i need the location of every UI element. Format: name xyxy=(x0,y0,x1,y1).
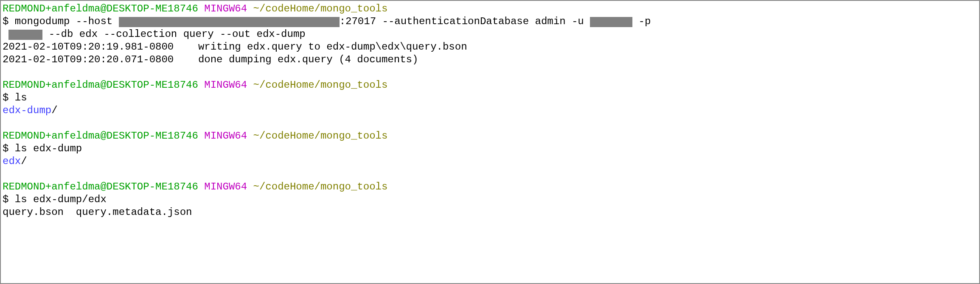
dir-slash: / xyxy=(21,156,27,167)
redacted-user xyxy=(590,17,632,27)
prompt-line-1: REDMOND+anfeldma@DESKTOP-ME18746 MINGW64… xyxy=(3,3,977,15)
prompt-dollar: $ xyxy=(3,16,8,27)
user-host: REDMOND+anfeldma@DESKTOP-ME18746 xyxy=(3,181,198,192)
dir-slash: / xyxy=(51,105,57,116)
cmd-text: --db edx --collection query --out edx-du… xyxy=(42,28,305,40)
dir-name: edx-dump xyxy=(3,105,51,116)
prompt-line-4: REDMOND+anfeldma@DESKTOP-ME18746 MINGW64… xyxy=(3,181,977,193)
cmd-text: ls edx-dump/edx xyxy=(8,194,106,205)
command-line-3[interactable]: $ ls edx-dump xyxy=(3,142,977,155)
cwd-path: ~/codeHome/mongo_tools xyxy=(253,3,388,14)
cmd-text: ls xyxy=(8,92,27,103)
blank-line xyxy=(3,117,977,130)
cmd-text: -p xyxy=(632,16,651,27)
prompt-line-3: REDMOND+anfeldma@DESKTOP-ME18746 MINGW64… xyxy=(3,130,977,142)
shell-name: MINGW64 xyxy=(204,3,247,14)
prompt-dollar: $ xyxy=(3,194,8,205)
cmd-text: ls edx-dump xyxy=(8,143,82,154)
output-line: 2021-02-10T09:20:19.981-0800 writing edx… xyxy=(3,41,977,53)
cmd-text xyxy=(3,28,8,40)
command-line-2[interactable]: $ ls xyxy=(3,92,977,104)
shell-name: MINGW64 xyxy=(204,130,247,142)
user-host: REDMOND+anfeldma@DESKTOP-ME18746 xyxy=(3,3,198,14)
shell-name: MINGW64 xyxy=(204,181,247,192)
redacted-host xyxy=(119,17,340,27)
prompt-dollar: $ xyxy=(3,92,8,103)
dir-name: edx xyxy=(3,156,21,167)
output-line: query.bson query.metadata.json xyxy=(3,206,977,219)
user-host: REDMOND+anfeldma@DESKTOP-ME18746 xyxy=(3,130,198,142)
user-host: REDMOND+anfeldma@DESKTOP-ME18746 xyxy=(3,79,198,91)
command-line-4[interactable]: $ ls edx-dump/edx xyxy=(3,193,977,206)
output-line: edx/ xyxy=(3,155,977,168)
output-line: edx-dump/ xyxy=(3,104,977,117)
redacted-password xyxy=(8,30,42,40)
cmd-text: :27017 --authenticationDatabase admin -u xyxy=(340,16,590,27)
cwd-path: ~/codeHome/mongo_tools xyxy=(253,181,388,192)
blank-line xyxy=(3,66,977,79)
cwd-path: ~/codeHome/mongo_tools xyxy=(253,130,388,142)
prompt-dollar: $ xyxy=(3,143,8,154)
cmd-text: mongodump --host xyxy=(8,16,118,27)
prompt-line-2: REDMOND+anfeldma@DESKTOP-ME18746 MINGW64… xyxy=(3,79,977,92)
output-line: 2021-02-10T09:20:20.071-0800 done dumpin… xyxy=(3,53,977,66)
blank-line xyxy=(3,168,977,181)
command-line-1-cont[interactable]: --db edx --collection query --out edx-du… xyxy=(3,28,977,41)
shell-name: MINGW64 xyxy=(204,79,247,91)
cwd-path: ~/codeHome/mongo_tools xyxy=(253,79,388,91)
command-line-1[interactable]: $ mongodump --host :27017 --authenticati… xyxy=(3,15,977,28)
